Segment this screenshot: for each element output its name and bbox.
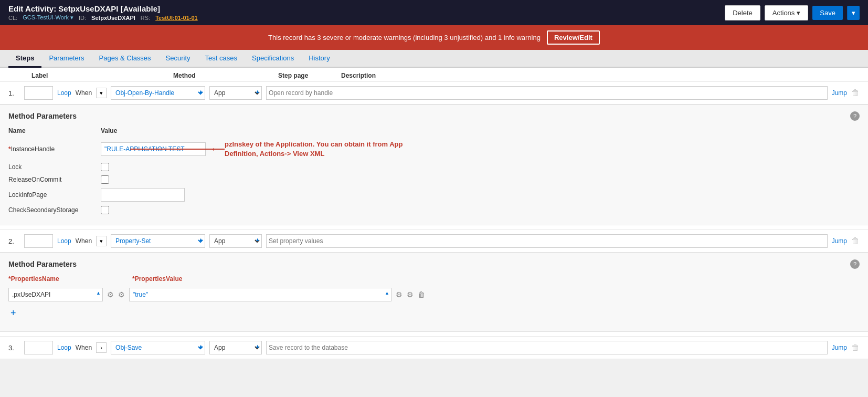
step-1-chevron-button[interactable]: ▾ xyxy=(96,88,107,98)
annotation-wrapper: ← pzInskey of the Application. You can o… xyxy=(210,140,403,159)
col-header-description: Description xyxy=(341,72,860,79)
props-value-col-header: *PropertiesValue xyxy=(132,275,182,283)
method-params-1-title: Method Parameters xyxy=(8,112,77,120)
step-2-method-wrap: Property-Set xyxy=(111,234,205,248)
tab-test-cases[interactable]: Test cases xyxy=(198,50,245,68)
props-col-headers: *PropertiesName *PropertiesValue xyxy=(8,275,860,286)
tab-security[interactable]: Security xyxy=(158,50,198,68)
step-3-jump-link[interactable]: Jump xyxy=(832,344,847,351)
param-name-releaseoncommit: ReleaseOnCommit xyxy=(8,176,92,183)
properties-value-input[interactable] xyxy=(129,288,391,301)
main-content: Label Method Step page Description 1. Lo… xyxy=(0,68,868,359)
step-2-method-select[interactable]: Property-Set xyxy=(111,234,205,248)
step-2-description-input[interactable] xyxy=(266,234,828,248)
review-edit-button[interactable]: Review/Edit xyxy=(547,30,600,45)
step-1-delete-icon[interactable]: 🗑 xyxy=(851,88,860,98)
step-1-method-select[interactable]: Obj-Open-By-Handle xyxy=(111,86,205,100)
step-2-steppage-wrap: App xyxy=(209,234,262,248)
save-dropdown-button[interactable]: ▾ xyxy=(847,6,860,20)
id-value: SetpxUseDXAPI xyxy=(91,15,135,21)
param-name-instancehandle: *InstanceHandle xyxy=(8,145,92,153)
tab-history[interactable]: History xyxy=(301,50,337,68)
step-2-steppage-select[interactable]: App xyxy=(209,234,262,248)
help-icon-2[interactable]: ? xyxy=(850,259,860,269)
step-1-steppage-wrap: App xyxy=(209,86,262,100)
method-params-2-header: Method Parameters ? xyxy=(8,259,860,269)
step-3-label-input[interactable] xyxy=(24,341,53,354)
step-2-label-input[interactable] xyxy=(24,234,53,248)
column-headers-row: Label Method Step page Description xyxy=(0,68,868,82)
id-label: ID: xyxy=(79,15,86,21)
step-1-row: 1. Loop When ▾ Obj-Open-By-Handle App Ju… xyxy=(0,82,868,105)
param-value-lock-checkbox[interactable] xyxy=(101,163,109,171)
param-value-lockinfopage-input[interactable] xyxy=(101,188,185,202)
properties-name-input-wrap: ▲ xyxy=(8,288,103,301)
tab-pages-classes[interactable]: Pages & Classes xyxy=(92,50,158,68)
header-left: Edit Activity: SetpxUseDXAPI [Available]… xyxy=(8,4,198,21)
gear-icon-1[interactable]: ⚙ xyxy=(107,290,114,299)
step-3-steppage-select[interactable]: App xyxy=(209,341,262,354)
tab-specifications[interactable]: Specifications xyxy=(245,50,301,68)
props-values-row: ▲ ⚙ ⚙ ▲ ⚙ ⚙ 🗑 xyxy=(8,286,860,304)
cl-label: CL: xyxy=(8,15,17,21)
params-name-col-header: Name xyxy=(8,127,92,134)
gear-icon-2[interactable]: ⚙ xyxy=(118,290,125,299)
trash-icon[interactable]: 🗑 xyxy=(418,290,425,299)
annotation-text: pzInskey of the Application. You can obt… xyxy=(225,140,403,159)
method-params-2: Method Parameters ? *PropertiesName *Pro… xyxy=(0,253,868,332)
actions-dropdown-icon: ▾ xyxy=(797,9,800,17)
gear-icon-3[interactable]: ⚙ xyxy=(396,290,403,299)
col-header-label: Label xyxy=(31,72,173,79)
param-value-checksecondarystorage-checkbox[interactable] xyxy=(101,206,109,214)
step-3-loop-link[interactable]: Loop xyxy=(57,344,71,351)
step-1-when-text: When xyxy=(76,89,92,97)
step-1-steppage-select[interactable]: App xyxy=(209,86,262,100)
step-1-description-input[interactable] xyxy=(266,86,828,100)
step-2-jump-link[interactable]: Jump xyxy=(832,237,847,245)
col-header-method: Method xyxy=(173,72,278,79)
step-3-number: 3. xyxy=(8,344,20,352)
param-value-releaseoncommit-checkbox[interactable] xyxy=(101,175,109,184)
app-header: Edit Activity: SetpxUseDXAPI [Available]… xyxy=(0,0,868,25)
step-2-loop-link[interactable]: Loop xyxy=(57,237,71,245)
properties-name-input[interactable] xyxy=(8,288,103,301)
gear-icon-4[interactable]: ⚙ xyxy=(407,290,414,299)
help-icon-1[interactable]: ? xyxy=(850,111,860,121)
tab-parameters[interactable]: Parameters xyxy=(41,50,91,68)
step-3-steppage-wrap: App xyxy=(209,341,262,354)
tab-steps[interactable]: Steps xyxy=(8,50,41,68)
param-name-lockinfopage: LockInfoPage xyxy=(8,191,92,198)
step-3-chevron-button[interactable]: › xyxy=(96,342,107,353)
step-1-jump-link[interactable]: Jump xyxy=(832,89,847,97)
step-3-delete-icon[interactable]: 🗑 xyxy=(851,343,860,352)
param-row-lock: Lock xyxy=(8,161,860,173)
actions-button[interactable]: Actions ▾ xyxy=(765,5,809,20)
method-params-1-header: Method Parameters ? xyxy=(8,111,860,121)
step-1-number: 1. xyxy=(8,89,20,97)
step-1-label-input[interactable] xyxy=(24,86,53,100)
step-3-row: 3. Loop When › Obj-Save App Jump 🗑 xyxy=(0,336,868,359)
step-3-when-text: When xyxy=(76,344,92,351)
param-row-checksecondarystorage: CheckSecondaryStorage xyxy=(8,204,860,216)
step-2-container: 2. Loop When ▾ Property-Set App Jump 🗑 M xyxy=(0,229,868,332)
delete-button[interactable]: Delete xyxy=(725,5,760,20)
save-button[interactable]: Save xyxy=(812,6,843,20)
step-2-delete-icon[interactable]: 🗑 xyxy=(851,236,860,246)
method-params-1: Method Parameters ? Name Value *Instance… xyxy=(0,105,868,225)
step-3-description-input[interactable] xyxy=(266,341,828,354)
param-row-lockinfopage: LockInfoPage xyxy=(8,186,860,204)
param-name-lock: Lock xyxy=(8,163,92,171)
step-1-loop-link[interactable]: Loop xyxy=(57,89,71,97)
properties-value-input-wrap: ▲ xyxy=(129,288,391,301)
step-3-method-select[interactable]: Obj-Save xyxy=(111,341,205,354)
param-name-checksecondarystorage: CheckSecondaryStorage xyxy=(8,206,92,214)
step-2-number: 2. xyxy=(8,237,20,245)
cl-dropdown-icon: ▾ xyxy=(70,14,73,20)
rs-value[interactable]: TestUI:01-01-01 xyxy=(155,15,198,21)
add-row-area: + xyxy=(8,304,860,323)
params-value-col-header: Value xyxy=(101,127,117,134)
rs-label: RS: xyxy=(141,15,150,21)
cl-value[interactable]: GCS-TestUI-Work ▾ xyxy=(23,14,73,21)
step-2-chevron-button[interactable]: ▾ xyxy=(96,236,107,246)
add-row-button[interactable]: + xyxy=(8,306,18,321)
